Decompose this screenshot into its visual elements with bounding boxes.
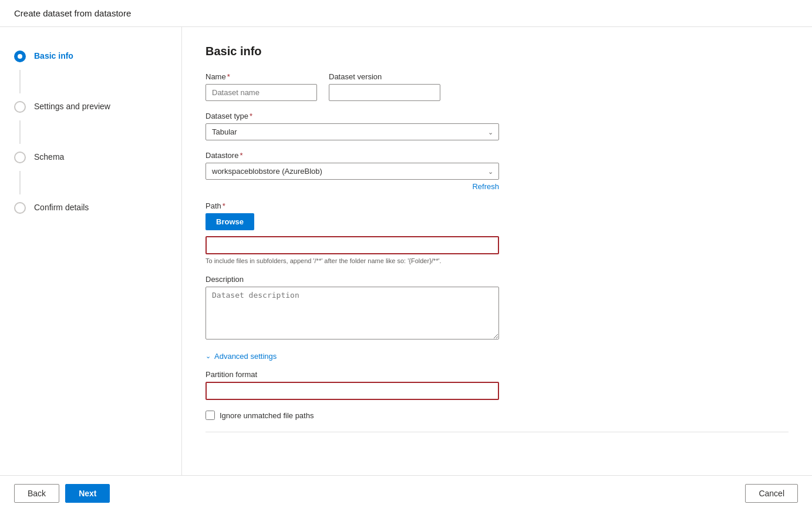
browse-button[interactable]: Browse (205, 213, 254, 230)
footer-left-actions: Back Next (14, 484, 110, 503)
step-line-3 (19, 171, 21, 194)
page-header: Create dataset from datastore (0, 0, 812, 27)
sidebar-label-basic-info: Basic info (34, 51, 73, 60)
path-input[interactable]: NoaalsdFlorida/2019/** (205, 236, 499, 254)
datastore-select[interactable]: workspaceblobstore (AzureBlob) (205, 163, 499, 180)
step-basic-info-wrapper: Basic info (14, 45, 167, 95)
sidebar-label-schema: Schema (34, 152, 64, 162)
ignore-unmatched-checkbox[interactable] (205, 411, 215, 420)
version-group: Dataset version 1 (329, 72, 440, 101)
sidebar-item-settings-preview[interactable]: Settings and preview (14, 95, 167, 119)
footer: Back Next Cancel (0, 475, 812, 511)
description-textarea[interactable] (205, 287, 499, 339)
datastore-group: Datastore* workspaceblobstore (AzureBlob… (205, 151, 789, 191)
chevron-collapse-icon: ⌄ (205, 352, 211, 360)
path-input-wrapper: NoaalsdFlorida/2019/** To include files … (205, 236, 499, 264)
path-label: Path* (205, 201, 789, 210)
datastore-label: Datastore* (205, 151, 789, 160)
dataset-type-select-wrapper: Tabular ⌄ (205, 123, 499, 140)
partition-format-group: Partition format /{timestamp:yyy/MM/dd}/… (205, 370, 789, 400)
step-line-1 (19, 70, 21, 93)
section-divider (205, 432, 789, 432)
next-button[interactable]: Next (65, 484, 110, 503)
sidebar-label-settings-preview: Settings and preview (34, 101, 110, 111)
description-group: Description (205, 275, 789, 341)
ignore-unmatched-label[interactable]: Ignore unmatched file paths (220, 411, 314, 420)
partition-format-input-wrapper: /{timestamp:yyy/MM/dd}/data.parquet (205, 382, 499, 400)
dataset-type-label: Dataset type* (205, 112, 789, 120)
version-label: Dataset version (329, 72, 440, 81)
cancel-button[interactable]: Cancel (745, 484, 798, 503)
step-settings-wrapper: Settings and preview (14, 95, 167, 146)
step-circle-basic-info (14, 51, 26, 62)
sidebar-item-schema[interactable]: Schema (14, 146, 167, 169)
step-circle-confirm (14, 202, 26, 214)
description-label: Description (205, 275, 789, 284)
back-button[interactable]: Back (14, 484, 59, 503)
ignore-unmatched-row: Ignore unmatched file paths (205, 411, 789, 420)
advanced-settings-toggle[interactable]: ⌄ Advanced settings (205, 352, 789, 361)
name-label: Name* (205, 72, 317, 81)
step-line-2 (19, 120, 21, 144)
path-group: Path* Browse NoaalsdFlorida/2019/** To i… (205, 201, 789, 264)
page-title: Create dataset from datastore (14, 8, 131, 18)
sidebar-item-basic-info[interactable]: Basic info (14, 45, 167, 68)
section-title: Basic info (205, 45, 789, 58)
path-hint: To include files in subfolders, append '… (205, 257, 499, 264)
name-version-row: Name* Dataset version 1 (205, 72, 789, 101)
version-input: 1 (329, 84, 440, 101)
sidebar: Basic info Settings and preview Schema (0, 27, 182, 475)
refresh-link[interactable]: Refresh (205, 182, 499, 191)
name-input[interactable] (205, 84, 317, 101)
advanced-settings-label: Advanced settings (214, 352, 277, 361)
dataset-type-group: Dataset type* Tabular ⌄ (205, 112, 789, 140)
form-area: Basic info Name* Dataset version 1 Datas… (182, 27, 812, 475)
sidebar-item-confirm-details[interactable]: Confirm details (14, 196, 167, 220)
dataset-type-select[interactable]: Tabular (205, 123, 499, 140)
datastore-select-wrapper: workspaceblobstore (AzureBlob) ⌄ (205, 163, 499, 180)
step-schema-wrapper: Schema (14, 146, 167, 196)
name-group: Name* (205, 72, 317, 101)
step-circle-settings (14, 101, 26, 113)
partition-format-label: Partition format (205, 370, 789, 379)
sidebar-label-confirm-details: Confirm details (34, 202, 89, 212)
main-content: Basic info Settings and preview Schema (0, 27, 812, 475)
step-circle-schema (14, 152, 26, 163)
partition-format-input[interactable]: /{timestamp:yyy/MM/dd}/data.parquet (205, 382, 499, 400)
